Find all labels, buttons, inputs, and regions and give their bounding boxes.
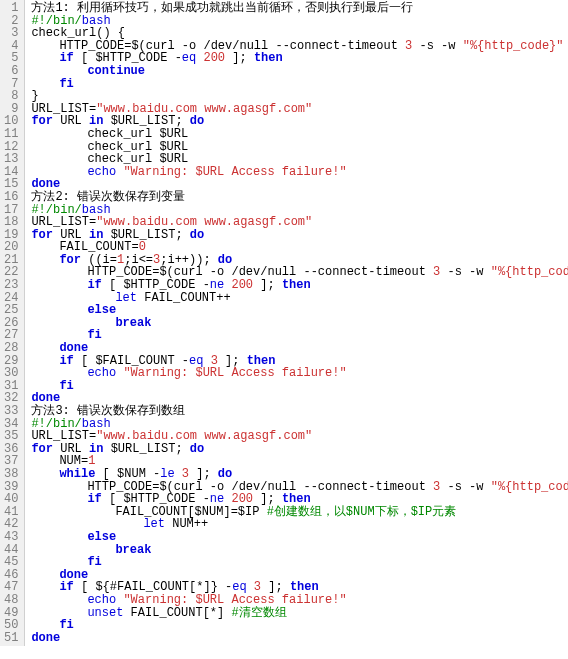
line-number: 51 bbox=[4, 632, 18, 645]
code-token: if bbox=[59, 354, 73, 368]
line-number: 25 bbox=[4, 304, 18, 317]
code-line: echo "Warning: $URL Access failure!" bbox=[31, 166, 568, 179]
code-line: fi bbox=[31, 619, 568, 632]
line-number: 30 bbox=[4, 367, 18, 380]
code-token: done bbox=[31, 631, 60, 645]
code-token: ]; bbox=[225, 51, 254, 65]
code-token: then bbox=[282, 278, 311, 292]
code-token: URL bbox=[53, 114, 89, 128]
code-token: break bbox=[115, 316, 151, 330]
code-token: for bbox=[31, 228, 53, 242]
code-token: do bbox=[190, 228, 204, 242]
code-token: ]; bbox=[253, 278, 282, 292]
code-line: for URL in $URL_LIST; do bbox=[31, 443, 568, 456]
code-token: else bbox=[87, 530, 116, 544]
line-number: 28 bbox=[4, 342, 18, 355]
code-token: 200 bbox=[231, 278, 253, 292]
code-token: eq bbox=[182, 51, 196, 65]
code-token: unset bbox=[87, 606, 123, 620]
code-token: -s -w bbox=[440, 265, 490, 279]
code-token: NUM++ bbox=[165, 517, 208, 531]
code-line: 方法2: 错误次数保存到变量 bbox=[31, 191, 568, 204]
code-token: if bbox=[87, 492, 101, 506]
code-token: "Warning: $URL Access failure!" bbox=[123, 165, 346, 179]
line-number: 50 bbox=[4, 619, 18, 632]
code-token: for bbox=[59, 253, 81, 267]
code-line: continue bbox=[31, 65, 568, 78]
code-token: break bbox=[115, 543, 151, 557]
code-token: "Warning: $URL Access failure!" bbox=[123, 366, 346, 380]
code-token: $URL_LIST; bbox=[103, 442, 189, 456]
code-line: fi bbox=[31, 329, 568, 342]
code-line: fi bbox=[31, 78, 568, 91]
code-token: FAIL_COUNT++ bbox=[137, 291, 231, 305]
code-token: "%{http_code}" bbox=[491, 480, 568, 494]
code-token: then bbox=[254, 51, 283, 65]
line-number: 3 bbox=[4, 27, 18, 40]
code-line: unset FAIL_COUNT[*] #清空数组 bbox=[31, 607, 568, 620]
code-line: else bbox=[31, 304, 568, 317]
line-number: 23 bbox=[4, 279, 18, 292]
code-token: continue bbox=[87, 64, 145, 78]
code-token: -s -w bbox=[412, 39, 462, 53]
code-line: FAIL_COUNT[$NUM]=$IP #创建数组，以$NUM下标，$IP元素 bbox=[31, 506, 568, 519]
code-token: #清空数组 bbox=[231, 606, 286, 620]
code-line: fi bbox=[31, 556, 568, 569]
code-token: for bbox=[31, 442, 53, 456]
line-number: 1 bbox=[4, 2, 18, 15]
code-token: else bbox=[87, 303, 116, 317]
code-line: 方法1: 利用循环技巧，如果成功就跳出当前循环，否则执行到最后一行 bbox=[31, 2, 568, 15]
code-token: fi bbox=[59, 77, 73, 91]
line-number: 11 bbox=[4, 128, 18, 141]
line-number: 8 bbox=[4, 90, 18, 103]
code-line: break bbox=[31, 544, 568, 557]
code-token: fi bbox=[59, 379, 73, 393]
line-number: 18 bbox=[4, 216, 18, 229]
code-line: echo "Warning: $URL Access failure!" bbox=[31, 367, 568, 380]
code-token: echo bbox=[87, 165, 116, 179]
code-editor-content[interactable]: 方法1: 利用循环技巧，如果成功就跳出当前循环，否则执行到最后一行#!/bin/… bbox=[25, 0, 568, 646]
code-token: if bbox=[59, 51, 73, 65]
code-token: FAIL_COUNT[*] bbox=[123, 606, 231, 620]
line-number: 38 bbox=[4, 468, 18, 481]
code-token: $ bbox=[564, 39, 568, 53]
code-token: do bbox=[190, 442, 204, 456]
code-token: #创建数组，以$NUM下标，$IP元素 bbox=[267, 505, 457, 519]
line-number: 20 bbox=[4, 241, 18, 254]
line-number-gutter: 1234567891011121314151617181920212223242… bbox=[0, 0, 25, 646]
code-token: echo bbox=[87, 366, 116, 380]
line-number: 35 bbox=[4, 430, 18, 443]
code-line: if [ $HTTP_CODE -ne 200 ]; then bbox=[31, 279, 568, 292]
code-token: let bbox=[143, 517, 165, 531]
code-line: done bbox=[31, 632, 568, 645]
line-number: 33 bbox=[4, 405, 18, 418]
code-token: do bbox=[190, 114, 204, 128]
code-token: 200 bbox=[203, 51, 225, 65]
code-token: fi bbox=[87, 555, 101, 569]
code-line: fi bbox=[31, 380, 568, 393]
line-number: 6 bbox=[4, 65, 18, 78]
line-number: 13 bbox=[4, 153, 18, 166]
code-line: 方法3: 错误次数保存到数组 bbox=[31, 405, 568, 418]
line-number: 16 bbox=[4, 191, 18, 204]
code-token: "%{http_code}" bbox=[491, 265, 568, 279]
code-line: else bbox=[31, 531, 568, 544]
code-token: let bbox=[115, 291, 137, 305]
line-number: 45 bbox=[4, 556, 18, 569]
code-token: if bbox=[59, 580, 73, 594]
line-number: 40 bbox=[4, 493, 18, 506]
code-token: if bbox=[87, 278, 101, 292]
line-number: 48 bbox=[4, 594, 18, 607]
code-token: "%{http_code}" bbox=[463, 39, 564, 53]
code-token: for bbox=[31, 114, 53, 128]
line-number: 43 bbox=[4, 531, 18, 544]
code-line: break bbox=[31, 317, 568, 330]
code-token: -s -w bbox=[440, 480, 490, 494]
code-token: fi bbox=[87, 328, 101, 342]
code-token: fi bbox=[59, 618, 73, 632]
